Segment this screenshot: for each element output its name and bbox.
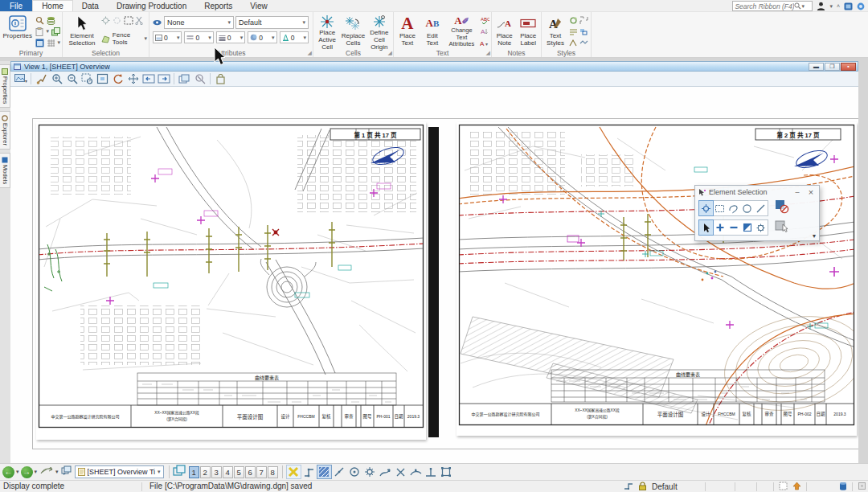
mode-invert-button[interactable] xyxy=(740,220,754,235)
place-label-button[interactable]: Place Label xyxy=(518,14,540,48)
view-title-bar[interactable]: View 1, [SHEET] Overview ▬ ❐ ▪ xyxy=(10,61,858,72)
window-icon[interactable] xyxy=(35,38,44,47)
clipboard-icon[interactable] xyxy=(35,27,44,36)
view-display-style-icon[interactable]: ▾ xyxy=(14,72,27,85)
line-styles-icon[interactable] xyxy=(569,27,578,36)
locks-icon[interactable] xyxy=(638,482,647,492)
element-styles-icon[interactable] xyxy=(579,15,588,25)
snap-bisector-icon[interactable] xyxy=(378,465,393,479)
place-text-button[interactable]: A Place Text xyxy=(395,14,420,48)
sheet-page-1[interactable]: 曲线要素表 中交第一公路勘察设计研究院有限公司 XX~XX国家高速公路XX段 (… xyxy=(36,122,426,440)
edit-text-button[interactable]: AB Edit Text xyxy=(421,14,444,48)
fence-tools-button[interactable]: Fence Tools xyxy=(113,31,143,46)
active-level-select[interactable]: Default▾ xyxy=(235,16,309,29)
element-info-icon[interactable] xyxy=(35,15,44,25)
ribbon-search[interactable]: ▾ xyxy=(732,1,813,11)
snap-origin-icon[interactable] xyxy=(362,465,378,479)
view-selector-dropdown-icon[interactable]: ▾ xyxy=(158,469,161,475)
view-toggle-3[interactable]: 3 xyxy=(211,466,222,478)
active-priority-select[interactable]: 0▾ xyxy=(280,31,309,43)
active-color-select[interactable]: 0▾ xyxy=(153,31,182,43)
active-transparency-select[interactable]: 0▾ xyxy=(248,31,276,43)
place-active-cell-button[interactable]: Place Active Cell xyxy=(315,14,339,48)
properties-button[interactable]: Properties xyxy=(2,14,33,48)
sheet-navigation-dropdown-icon[interactable]: ▾ xyxy=(55,469,59,475)
user-icon[interactable] xyxy=(817,2,825,10)
snap-intersection-icon[interactable] xyxy=(393,465,408,479)
replace-cells-button[interactable]: Replace Cells xyxy=(341,14,365,48)
view-close-button[interactable]: ▪ xyxy=(841,63,856,71)
active-line-weight-select[interactable]: 0▾ xyxy=(216,31,245,43)
clear-selection-button[interactable] xyxy=(775,199,789,217)
view-next-dropdown-icon[interactable]: ▾ xyxy=(35,469,38,475)
view-toggle-6[interactable]: 6 xyxy=(245,466,256,478)
search-dropdown-icon[interactable]: ▾ xyxy=(801,3,805,10)
view-toggle-2[interactable]: 2 xyxy=(200,466,211,478)
active-line-style-select[interactable]: 0▾ xyxy=(184,31,213,43)
tab-data[interactable]: Data xyxy=(73,0,108,11)
dialog-close-button[interactable]: × xyxy=(805,187,817,197)
user-dropdown-icon[interactable]: ▾ xyxy=(829,3,833,10)
fence-tools-dropdown-icon[interactable]: ▾ xyxy=(144,35,147,42)
element-selection-dialog-titlebar[interactable]: Element Selection – × xyxy=(695,186,819,199)
minimize-ribbon-icon[interactable]: ˄ xyxy=(837,3,840,9)
update-view-icon[interactable] xyxy=(35,72,48,85)
copy-view-icon[interactable] xyxy=(178,72,191,85)
snap-midpoint-icon[interactable] xyxy=(332,465,347,479)
sidebar-item-models[interactable]: Models xyxy=(0,153,10,188)
window-area-icon[interactable] xyxy=(80,72,94,85)
text-glyphs-icon[interactable]: A xyxy=(480,27,489,36)
sheet-page-2[interactable]: 曲线要素表 中交第一公路勘察设计研究院有限公司 XX~XX国家高速公路XX段 (… xyxy=(457,122,857,436)
attributes-dialog-launcher-icon[interactable]: ◢ xyxy=(308,50,312,56)
sheet-navigation-icon[interactable] xyxy=(40,465,54,479)
method-block-button[interactable] xyxy=(713,201,727,215)
style-apply-icon[interactable] xyxy=(579,38,588,47)
element-selection-dialog[interactable]: Element Selection – × xyxy=(694,185,820,241)
select-handles-button[interactable] xyxy=(775,219,789,236)
zoom-out-icon[interactable] xyxy=(65,72,79,85)
dialog-expand-icon[interactable]: ▾ xyxy=(813,232,816,240)
database-icon[interactable] xyxy=(839,482,847,492)
mode-subtract-button[interactable] xyxy=(727,220,740,235)
drawing-canvas[interactable]: 曲线要素表 中交第一公路勘察设计研究院有限公司 XX~XX国家高速公路XX段 (… xyxy=(10,87,858,463)
tab-file[interactable]: File xyxy=(0,0,32,11)
drop-marker-icon[interactable]: A▾ xyxy=(480,38,489,47)
view-toggle-1[interactable]: 1 xyxy=(189,466,199,478)
select-none-icon[interactable] xyxy=(113,15,122,25)
tab-view[interactable]: View xyxy=(241,0,276,11)
dialog-minimize-button[interactable]: – xyxy=(792,188,803,196)
tab-drawing-production[interactable]: Drawing Production xyxy=(108,0,195,11)
view-previous-button[interactable]: ← xyxy=(2,466,14,478)
define-cell-origin-button[interactable]: Define Cell Origin xyxy=(367,14,391,48)
mode-select-all-button[interactable] xyxy=(754,220,768,235)
pan-view-icon[interactable] xyxy=(126,72,140,85)
grid-icon[interactable] xyxy=(46,38,55,47)
active-element-template-select[interactable]: None▾ xyxy=(164,16,234,29)
previous-model-icon[interactable] xyxy=(61,465,72,479)
view-groups-icon[interactable] xyxy=(173,465,186,480)
scissors-icon[interactable] xyxy=(135,15,145,25)
search-input[interactable] xyxy=(735,2,794,10)
view-toggle-7[interactable]: 7 xyxy=(256,466,267,478)
tab-reports[interactable]: Reports xyxy=(195,0,241,11)
cells-dialog-launcher-icon[interactable]: ◢ xyxy=(388,50,392,56)
snap-keypoint-icon[interactable] xyxy=(301,465,317,479)
view-toggle-5[interactable]: 5 xyxy=(234,466,244,478)
select-all-icon[interactable] xyxy=(101,15,111,25)
design-history-icon[interactable] xyxy=(792,482,801,492)
snap-nearest-icon[interactable] xyxy=(317,465,332,479)
method-individual-button[interactable] xyxy=(699,201,713,215)
method-circle-button[interactable] xyxy=(740,201,754,215)
view-next-icon[interactable] xyxy=(157,72,170,85)
cell-styles-icon[interactable] xyxy=(579,27,588,36)
mode-new-button[interactable] xyxy=(699,220,713,235)
clip-mask-icon[interactable] xyxy=(214,72,227,85)
change-text-attributes-button[interactable]: A✐ Change Text Attributes xyxy=(445,14,478,48)
view-toggle-8[interactable]: 8 xyxy=(268,466,278,478)
rotate-view-icon[interactable] xyxy=(111,72,125,85)
snap-center-icon[interactable] xyxy=(347,465,362,479)
method-shape-button[interactable] xyxy=(727,201,740,215)
models-cascade-icon[interactable] xyxy=(51,27,60,36)
clipboard-dropdown-icon[interactable]: ▾ xyxy=(46,28,49,35)
active-model-name[interactable]: Default xyxy=(652,482,700,491)
